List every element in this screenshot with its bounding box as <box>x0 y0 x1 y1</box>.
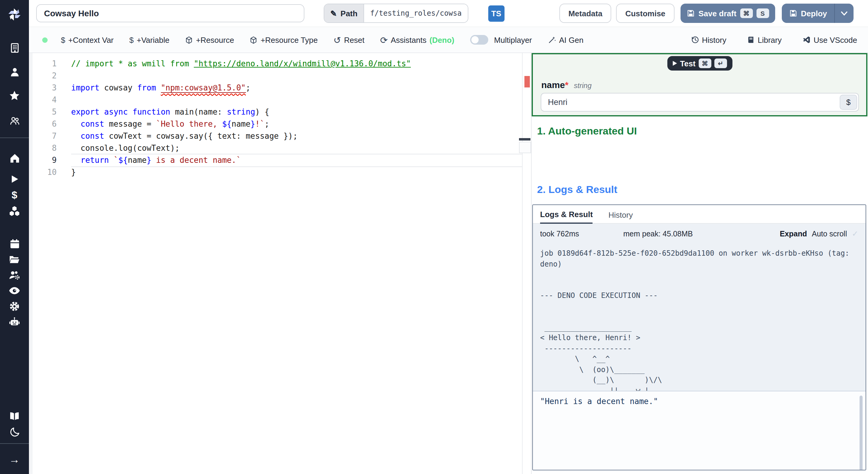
tab-logs-result[interactable]: Logs & Result <box>540 210 593 224</box>
add-resource-type-button[interactable]: +Resource Type <box>250 35 318 44</box>
cmd-key-badge: ⌘ <box>699 59 711 68</box>
expand-button[interactable]: Expand <box>780 230 807 238</box>
sidebar-item-folders[interactable] <box>0 253 29 265</box>
save-draft-button[interactable]: Save draft ⌘ S <box>681 4 775 23</box>
sidebar-item-variables[interactable]: $ <box>0 189 29 201</box>
metadata-button[interactable]: Metadata <box>559 4 612 23</box>
log-output[interactable]: job 0189d64f-812b-525e-f020-652bd9da1100… <box>533 244 866 391</box>
arg-name-input[interactable] <box>541 93 859 112</box>
run-status-bar: took 762ms mem peak: 45.08MB Expand Auto… <box>533 224 866 244</box>
result-output[interactable]: "Henri is a decent name." <box>533 391 866 470</box>
customise-button[interactable]: Customise <box>616 4 675 23</box>
windmill-logo[interactable] <box>0 8 29 21</box>
eye-icon <box>8 285 21 297</box>
insert-variable-button[interactable]: $ <box>840 95 857 110</box>
enter-key-badge: ↵ <box>714 59 727 68</box>
reset-label: Reset <box>344 35 364 44</box>
add-context-var-button[interactable]: $ +Context Var <box>61 35 114 44</box>
main-column: ✎ Path f/testing_roles/cowsa TS Metadata… <box>29 0 868 474</box>
cubes-icon <box>8 205 21 217</box>
sidebar-item-users[interactable] <box>0 115 29 127</box>
logs-tabs: Logs & Result History <box>533 205 866 224</box>
sidebar-item-docs[interactable] <box>0 410 29 422</box>
sidebar-item-home[interactable] <box>0 152 29 164</box>
deploy-button[interactable]: Deploy <box>781 4 834 23</box>
add-variable-label: +Variable <box>137 35 170 44</box>
save-draft-label: Save draft <box>699 9 737 18</box>
sidebar-divider <box>0 138 29 138</box>
test-label: Test <box>680 59 695 68</box>
add-resource-button[interactable]: +Resource <box>185 35 234 44</box>
run-duration: took 762ms <box>540 230 618 238</box>
ai-gen-button[interactable]: AI Gen <box>548 35 584 44</box>
path-edit-button[interactable]: ✎ Path <box>324 4 364 22</box>
assistants-button[interactable]: ⟳ Assistants (Deno) <box>380 35 454 44</box>
sidebar-expand-button[interactable]: → <box>0 453 29 466</box>
check-icon: ✓ <box>852 229 858 238</box>
sidebar-item-groups[interactable] <box>0 269 29 281</box>
code-editor[interactable]: 12345678910 // import * as wmill from "h… <box>29 53 531 474</box>
add-resource-type-label: +Resource Type <box>261 35 318 44</box>
dollar-icon: $ <box>12 190 18 200</box>
test-button[interactable]: Test ⌘ ↵ <box>667 56 733 70</box>
cursor-marker <box>519 138 530 141</box>
editor-margin <box>29 53 33 474</box>
history-button[interactable]: History <box>690 35 726 44</box>
deploy-options-button[interactable] <box>834 4 854 23</box>
sidebar-item-workspace[interactable] <box>0 41 29 54</box>
toolbar-right-group: History Library Use VScode <box>690 35 857 44</box>
dollar-icon: $ <box>129 36 133 44</box>
path-value[interactable]: f/testing_roles/cowsa <box>364 4 467 22</box>
autoscroll-label[interactable]: Auto scroll <box>812 230 847 238</box>
library-button[interactable]: Library <box>747 35 782 44</box>
arg-name: name <box>541 80 565 90</box>
dollar-icon: $ <box>61 36 65 44</box>
star-icon <box>8 90 21 102</box>
play-icon <box>673 61 677 66</box>
editor-overview-ruler[interactable] <box>522 53 531 474</box>
reset-button[interactable]: ↺ Reset <box>333 35 364 44</box>
log-scrollbar[interactable] <box>860 395 863 470</box>
vscode-icon <box>802 36 810 44</box>
sidebar-item-favorites[interactable] <box>0 90 29 102</box>
required-asterisk: * <box>565 80 568 90</box>
home-icon <box>9 152 20 164</box>
sidebar-item-dark-mode[interactable] <box>0 426 29 438</box>
chevron-down-icon <box>841 11 847 16</box>
use-vscode-button[interactable]: Use VScode <box>802 35 857 44</box>
editor-gutter: 12345678910 <box>33 53 61 474</box>
reset-icon: ↺ <box>333 35 341 44</box>
wand-icon <box>548 36 556 44</box>
assistants-lang-label: (Deno) <box>430 35 454 44</box>
use-vscode-label: Use VScode <box>813 35 857 44</box>
top-header: ✎ Path f/testing_roles/cowsa TS Metadata… <box>29 0 868 27</box>
script-title-input[interactable] <box>36 4 304 22</box>
sidebar-item-settings[interactable] <box>0 300 29 313</box>
section-auto-generated-ui: 1. Auto-generated UI <box>537 125 637 138</box>
add-variable-button[interactable]: $ +Variable <box>129 35 169 44</box>
deploy-split-button: Deploy <box>781 4 854 23</box>
tab-history[interactable]: History <box>609 210 633 223</box>
pencil-icon: ✎ <box>330 9 337 18</box>
sidebar-item-resources[interactable] <box>0 205 29 217</box>
viewport-marker <box>519 142 531 153</box>
path-control[interactable]: ✎ Path f/testing_roles/cowsa <box>324 4 468 23</box>
app-window: $ <box>0 0 868 474</box>
multiplayer-toggle[interactable] <box>470 35 488 45</box>
book-open-icon <box>8 410 21 422</box>
history-label: History <box>702 35 726 44</box>
sidebar-item-runs[interactable] <box>0 173 29 185</box>
sidebar-item-schedules[interactable] <box>0 238 29 250</box>
editor-code[interactable]: // import * as wmill from "https://deno.… <box>61 53 531 474</box>
sidebar-item-workers[interactable] <box>0 316 29 328</box>
sidebar-item-audit-logs[interactable] <box>0 285 29 297</box>
section-logs-result: 2. Logs & Result <box>537 184 617 196</box>
sidebar-item-user[interactable] <box>0 66 29 78</box>
multiplayer-label: Multiplayer <box>494 35 532 44</box>
robot-icon <box>8 316 21 328</box>
ai-gen-label: AI Gen <box>559 35 584 44</box>
error-marker <box>524 76 530 87</box>
preview-panel: Test ⌘ ↵ name*string $ 1. Auto-generated… <box>531 53 868 474</box>
arg-field-label: name*string <box>541 80 592 90</box>
moon-icon <box>9 426 20 438</box>
